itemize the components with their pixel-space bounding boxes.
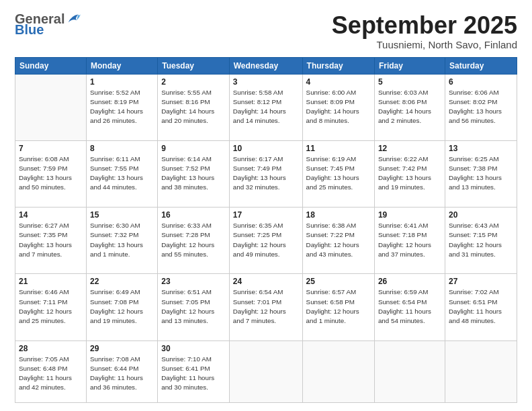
header-cell-monday: Monday [86, 57, 157, 74]
day-info: Sunrise: 6:17 AM Sunset: 7:49 PM Dayligh… [233, 154, 299, 193]
day-info: Sunrise: 6:08 AM Sunset: 7:59 PM Dayligh… [19, 154, 83, 193]
header-cell-sunday: Sunday [15, 57, 87, 74]
day-number: 7 [19, 144, 83, 153]
day-number: 12 [378, 144, 441, 153]
day-cell: 12Sunrise: 6:22 AM Sunset: 7:42 PM Dayli… [374, 140, 445, 207]
day-info: Sunrise: 7:10 AM Sunset: 6:41 PM Dayligh… [161, 355, 226, 393]
day-cell: 30Sunrise: 7:10 AM Sunset: 6:41 PM Dayli… [158, 340, 230, 402]
day-number: 6 [449, 77, 513, 87]
day-cell: 14Sunrise: 6:27 AM Sunset: 7:35 PM Dayli… [15, 208, 87, 274]
day-number: 18 [306, 210, 371, 220]
day-info: Sunrise: 6:19 AM Sunset: 7:45 PM Dayligh… [306, 154, 371, 193]
day-cell: 28Sunrise: 7:05 AM Sunset: 6:48 PM Dayli… [15, 340, 87, 402]
day-cell: 10Sunrise: 6:17 AM Sunset: 7:49 PM Dayli… [229, 140, 302, 207]
day-cell: 18Sunrise: 6:38 AM Sunset: 7:22 PM Dayli… [302, 208, 374, 274]
day-info: Sunrise: 6:35 AM Sunset: 7:25 PM Dayligh… [233, 221, 299, 259]
header-cell-tuesday: Tuesday [158, 57, 230, 74]
day-info: Sunrise: 6:51 AM Sunset: 7:05 PM Dayligh… [161, 287, 226, 326]
day-number: 28 [19, 344, 83, 353]
day-number: 20 [449, 210, 513, 220]
day-cell: 20Sunrise: 6:43 AM Sunset: 7:15 PM Dayli… [445, 208, 517, 274]
day-cell: 26Sunrise: 6:59 AM Sunset: 6:54 PM Dayli… [374, 274, 445, 340]
day-number: 29 [90, 344, 154, 353]
day-cell: 1Sunrise: 5:52 AM Sunset: 8:19 PM Daylig… [86, 74, 157, 140]
day-info: Sunrise: 6:11 AM Sunset: 7:55 PM Dayligh… [90, 154, 154, 193]
day-number: 17 [233, 210, 299, 220]
day-info: Sunrise: 6:46 AM Sunset: 7:11 PM Dayligh… [19, 287, 83, 326]
week-row-3: 14Sunrise: 6:27 AM Sunset: 7:35 PM Dayli… [15, 208, 517, 274]
day-cell: 16Sunrise: 6:33 AM Sunset: 7:28 PM Dayli… [158, 208, 230, 274]
day-number: 26 [378, 277, 441, 286]
day-number: 8 [90, 144, 154, 153]
day-cell [15, 74, 87, 140]
day-cell: 22Sunrise: 6:49 AM Sunset: 7:08 PM Dayli… [86, 274, 157, 340]
day-info: Sunrise: 5:58 AM Sunset: 8:12 PM Dayligh… [233, 88, 299, 126]
day-number: 19 [378, 210, 441, 220]
day-cell [374, 340, 445, 402]
header-cell-saturday: Saturday [445, 57, 517, 74]
day-number: 3 [233, 77, 299, 87]
logo-blue-text: Blue [15, 23, 44, 36]
day-info: Sunrise: 6:25 AM Sunset: 7:38 PM Dayligh… [449, 154, 513, 193]
day-number: 5 [378, 77, 441, 87]
day-info: Sunrise: 6:43 AM Sunset: 7:15 PM Dayligh… [449, 221, 513, 259]
day-number: 9 [161, 144, 226, 153]
day-cell: 17Sunrise: 6:35 AM Sunset: 7:25 PM Dayli… [229, 208, 302, 274]
day-cell: 13Sunrise: 6:25 AM Sunset: 7:38 PM Dayli… [445, 140, 517, 207]
day-number: 13 [449, 144, 513, 153]
day-cell [229, 340, 302, 402]
day-number: 23 [161, 277, 226, 286]
location-subtitle: Tuusniemi, North Savo, Finland [332, 39, 517, 50]
day-info: Sunrise: 7:05 AM Sunset: 6:48 PM Dayligh… [19, 355, 83, 393]
day-cell [302, 340, 374, 402]
day-info: Sunrise: 7:02 AM Sunset: 6:51 PM Dayligh… [449, 287, 513, 326]
week-row-1: 1Sunrise: 5:52 AM Sunset: 8:19 PM Daylig… [15, 74, 517, 140]
day-cell: 9Sunrise: 6:14 AM Sunset: 7:52 PM Daylig… [158, 140, 230, 207]
day-cell: 24Sunrise: 6:54 AM Sunset: 7:01 PM Dayli… [229, 274, 302, 340]
day-info: Sunrise: 7:08 AM Sunset: 6:44 PM Dayligh… [90, 355, 154, 393]
day-cell: 27Sunrise: 7:02 AM Sunset: 6:51 PM Dayli… [445, 274, 517, 340]
header-cell-thursday: Thursday [302, 57, 374, 74]
day-info: Sunrise: 5:55 AM Sunset: 8:16 PM Dayligh… [161, 88, 226, 126]
logo: General Blue [15, 12, 81, 36]
header-row: SundayMondayTuesdayWednesdayThursdayFrid… [15, 57, 517, 74]
day-number: 14 [19, 210, 83, 220]
day-number: 4 [306, 77, 371, 87]
day-info: Sunrise: 6:30 AM Sunset: 7:32 PM Dayligh… [90, 221, 154, 259]
day-cell: 19Sunrise: 6:41 AM Sunset: 7:18 PM Dayli… [374, 208, 445, 274]
header-cell-wednesday: Wednesday [229, 57, 302, 74]
day-cell: 8Sunrise: 6:11 AM Sunset: 7:55 PM Daylig… [86, 140, 157, 207]
day-cell: 21Sunrise: 6:46 AM Sunset: 7:11 PM Dayli… [15, 274, 87, 340]
day-cell: 15Sunrise: 6:30 AM Sunset: 7:32 PM Dayli… [86, 208, 157, 274]
day-info: Sunrise: 6:54 AM Sunset: 7:01 PM Dayligh… [233, 287, 299, 326]
calendar-page: General Blue September 2025 Tuusniemi, N… [0, 0, 532, 411]
title-block: September 2025 Tuusniemi, North Savo, Fi… [332, 12, 517, 50]
day-number: 1 [90, 77, 154, 87]
day-info: Sunrise: 6:06 AM Sunset: 8:02 PM Dayligh… [449, 88, 513, 126]
day-number: 2 [161, 77, 226, 87]
day-number: 24 [233, 277, 299, 286]
day-info: Sunrise: 6:14 AM Sunset: 7:52 PM Dayligh… [161, 154, 226, 193]
day-info: Sunrise: 6:33 AM Sunset: 7:28 PM Dayligh… [161, 221, 226, 259]
day-info: Sunrise: 6:41 AM Sunset: 7:18 PM Dayligh… [378, 221, 441, 259]
day-info: Sunrise: 6:22 AM Sunset: 7:42 PM Dayligh… [378, 154, 441, 193]
day-cell: 23Sunrise: 6:51 AM Sunset: 7:05 PM Dayli… [158, 274, 230, 340]
day-cell: 3Sunrise: 5:58 AM Sunset: 8:12 PM Daylig… [229, 74, 302, 140]
day-cell: 5Sunrise: 6:03 AM Sunset: 8:06 PM Daylig… [374, 74, 445, 140]
day-cell: 2Sunrise: 5:55 AM Sunset: 8:16 PM Daylig… [158, 74, 230, 140]
day-info: Sunrise: 6:03 AM Sunset: 8:06 PM Dayligh… [378, 88, 441, 126]
day-cell: 7Sunrise: 6:08 AM Sunset: 7:59 PM Daylig… [15, 140, 87, 207]
day-cell: 4Sunrise: 6:00 AM Sunset: 8:09 PM Daylig… [302, 74, 374, 140]
day-number: 21 [19, 277, 83, 286]
day-number: 27 [449, 277, 513, 286]
day-cell: 29Sunrise: 7:08 AM Sunset: 6:44 PM Dayli… [86, 340, 157, 402]
week-row-4: 21Sunrise: 6:46 AM Sunset: 7:11 PM Dayli… [15, 274, 517, 340]
calendar-table: SundayMondayTuesdayWednesdayThursdayFrid… [15, 57, 517, 403]
day-info: Sunrise: 5:52 AM Sunset: 8:19 PM Dayligh… [90, 88, 154, 126]
day-cell: 25Sunrise: 6:57 AM Sunset: 6:58 PM Dayli… [302, 274, 374, 340]
week-row-5: 28Sunrise: 7:05 AM Sunset: 6:48 PM Dayli… [15, 340, 517, 402]
day-info: Sunrise: 6:49 AM Sunset: 7:08 PM Dayligh… [90, 287, 154, 326]
day-info: Sunrise: 6:57 AM Sunset: 6:58 PM Dayligh… [306, 287, 371, 326]
day-number: 25 [306, 277, 371, 286]
day-cell: 6Sunrise: 6:06 AM Sunset: 8:02 PM Daylig… [445, 74, 517, 140]
